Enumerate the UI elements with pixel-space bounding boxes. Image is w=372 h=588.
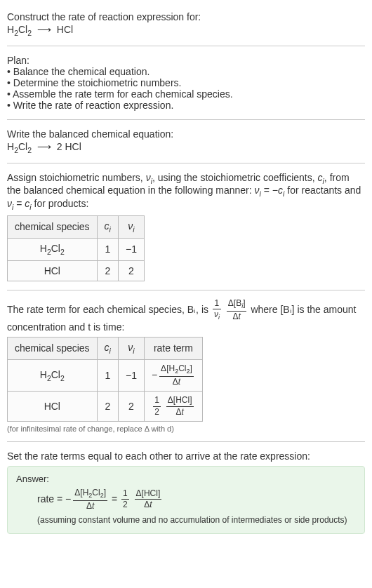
col-species: chemical species bbox=[8, 338, 98, 360]
table-row: HCl 2 2 12 Δ[HCl] Δt bbox=[8, 392, 203, 421]
divider bbox=[7, 290, 365, 290]
answer-expression: rate = − Δ[H2Cl2] Δt = 12 Δ[HCl] Δt bbox=[16, 488, 356, 511]
rateterm-intro-pre: The rate term for each chemical species,… bbox=[7, 304, 211, 315]
cell-ci: 2 bbox=[97, 260, 118, 281]
cell-ci: 1 bbox=[97, 238, 118, 260]
delta-b-over-delta-t: Δ[Bi] Δt bbox=[227, 299, 247, 321]
one-over-nu: 1 νi bbox=[213, 299, 221, 321]
divider bbox=[7, 163, 365, 163]
cell-ci: 1 bbox=[97, 359, 118, 391]
plan-block: Plan: • Balance the chemical equation. •… bbox=[7, 49, 365, 116]
plan-item-text: Write the rate of reaction expression. bbox=[13, 100, 174, 111]
balanced-rhs: 2 HCl bbox=[57, 141, 81, 152]
col-ci: ci bbox=[97, 215, 118, 238]
term-h2cl2: Δ[H2Cl2] Δt bbox=[73, 488, 107, 511]
balanced-title: Write the balanced chemical equation: bbox=[7, 128, 365, 140]
half-frac: 12 bbox=[121, 489, 129, 509]
plan-title: Plan: bbox=[7, 55, 365, 66]
rateterm-table: chemical species ci νi rate term H2Cl2 1… bbox=[7, 337, 203, 422]
plan-item-text: Assemble the rate term for each chemical… bbox=[13, 88, 233, 100]
plan-item: • Balance the chemical equation. bbox=[7, 66, 365, 77]
cell-nui: 2 bbox=[118, 260, 144, 281]
answer-box: Answer: rate = − Δ[H2Cl2] Δt = 12 Δ[HCl]… bbox=[7, 466, 365, 534]
col-species: chemical species bbox=[8, 215, 98, 238]
plan-item: • Determine the stoichiometric numbers. bbox=[7, 77, 365, 88]
table-row: H2Cl2 1 −1 − Δ[H2Cl2] Δt bbox=[8, 359, 203, 391]
unbalanced-rhs: HCl bbox=[57, 24, 73, 35]
answer-assumption: (assuming constant volume and no accumul… bbox=[16, 515, 356, 525]
arrow-icon: ⟶ bbox=[34, 24, 54, 35]
divider bbox=[7, 46, 365, 46]
cell-rateterm: − Δ[H2Cl2] Δt bbox=[144, 359, 202, 391]
answer-label: Answer: bbox=[16, 474, 356, 484]
term-hcl: Δ[HCl] Δt bbox=[135, 489, 162, 509]
cell-nui: −1 bbox=[118, 359, 144, 391]
table-header-row: chemical species ci νi rate term bbox=[8, 338, 203, 360]
table-header-row: chemical species ci νi bbox=[8, 215, 145, 238]
col-rateterm: rate term bbox=[144, 338, 202, 360]
col-nui: νi bbox=[118, 338, 144, 360]
plan-item: • Assemble the rate term for each chemic… bbox=[7, 88, 365, 100]
prompt-text: Construct the rate of reaction expressio… bbox=[7, 11, 365, 22]
cell-species: H2Cl2 bbox=[8, 359, 98, 391]
plan-item-text: Determine the stoichiometric numbers. bbox=[13, 77, 182, 88]
cell-ci: 2 bbox=[97, 392, 118, 421]
prompt-block: Construct the rate of reaction expressio… bbox=[7, 6, 365, 43]
table-row: H2Cl2 1 −1 bbox=[8, 238, 145, 260]
rateterm-block: The rate term for each chemical species,… bbox=[7, 293, 365, 439]
cell-nui: −1 bbox=[118, 238, 144, 260]
setequal-block: Set the rate terms equal to each other t… bbox=[7, 445, 365, 540]
table-row: HCl 2 2 bbox=[8, 260, 145, 281]
setequal-text: Set the rate terms equal to each other t… bbox=[7, 450, 365, 462]
cell-species: HCl bbox=[8, 392, 98, 421]
stoich-intro: Assign stoichiometric numbers, νi, using… bbox=[7, 172, 365, 211]
cell-species: HCl bbox=[8, 260, 98, 281]
balanced-block: Write the balanced chemical equation: H2… bbox=[7, 123, 365, 160]
rateterm-intro: The rate term for each chemical species,… bbox=[7, 299, 365, 333]
plan-item-text: Balance the chemical equation. bbox=[13, 66, 150, 77]
col-nui: νi bbox=[118, 215, 144, 238]
plan-item: • Write the rate of reaction expression. bbox=[7, 100, 365, 111]
col-ci: ci bbox=[97, 338, 118, 360]
arrow-icon: ⟶ bbox=[34, 141, 54, 152]
cell-nui: 2 bbox=[118, 392, 144, 421]
divider bbox=[7, 441, 365, 442]
stoich-table: chemical species ci νi H2Cl2 1 −1 HCl 2 … bbox=[7, 215, 145, 281]
stoich-block: Assign stoichiometric numbers, νi, using… bbox=[7, 166, 365, 287]
cell-species: H2Cl2 bbox=[8, 238, 98, 260]
balanced-equation: H2Cl2 ⟶ 2 HCl bbox=[7, 141, 365, 154]
unbalanced-lhs: H2Cl2 bbox=[7, 24, 32, 35]
rate-prefix: rate = bbox=[37, 493, 65, 505]
unbalanced-equation: H2Cl2 ⟶ HCl bbox=[7, 24, 365, 37]
divider bbox=[7, 119, 365, 120]
cell-rateterm: 12 Δ[HCl] Δt bbox=[144, 392, 202, 421]
rateterm-note: (for infinitesimal rate of change, repla… bbox=[7, 425, 365, 433]
balanced-lhs: H2Cl2 bbox=[7, 141, 32, 152]
